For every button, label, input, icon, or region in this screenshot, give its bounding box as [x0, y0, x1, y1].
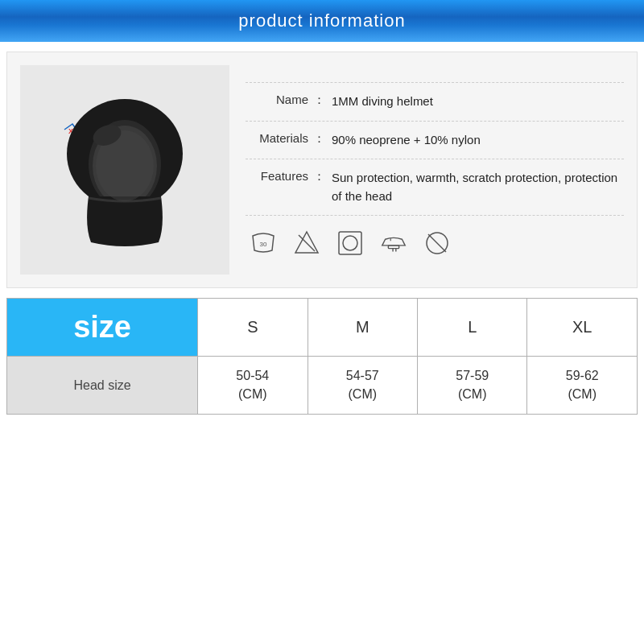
svg-rect-9: [339, 232, 361, 254]
size-l-header: L: [418, 299, 527, 357]
materials-colon: ：: [313, 131, 332, 147]
size-label-header: size: [7, 299, 198, 357]
detail-features-row: Features ： Sun protection, warmth, scrat…: [246, 159, 624, 216]
size-table: size S M L XL Head size 50-54 (CM) 54-57: [6, 298, 638, 415]
features-label: Features: [249, 169, 313, 183]
helmet-image: XTJIM: [44, 85, 205, 254]
features-value: Sun protection, warmth, scratch protecti…: [332, 169, 621, 205]
size-s-header: S: [198, 299, 308, 357]
svg-rect-11: [388, 246, 398, 249]
size-m-value: 54-57 (CM): [308, 357, 417, 415]
tumble-dry-icon: [336, 229, 365, 258]
name-label: Name: [249, 93, 313, 106]
detail-name-row: Name ： 1MM diving helmet: [246, 82, 624, 122]
product-image-area: XTJIM: [20, 65, 229, 275]
name-colon: ：: [313, 93, 332, 108]
page-header: product information: [0, 0, 644, 42]
iron-low-icon: [379, 229, 408, 258]
no-bleach-icon: [292, 229, 321, 258]
svg-point-10: [343, 236, 357, 250]
head-size-label: Head size: [7, 357, 198, 415]
detail-materials-row: Materials ： 90% neoprene + 10% nylon: [246, 122, 624, 160]
care-icons-row: 30: [246, 229, 624, 258]
features-colon: ：: [313, 169, 332, 184]
materials-value: 90% neoprene + 10% nylon: [332, 131, 481, 150]
size-section: size S M L XL Head size 50-54 (CM) 54-57: [6, 298, 638, 415]
size-m-header: M: [308, 299, 417, 357]
materials-label: Materials: [249, 131, 313, 145]
size-header-row: size S M L XL: [7, 299, 638, 357]
size-l-value: 57-59 (CM): [418, 357, 527, 415]
product-info-section: XTJIM Name ： 1MM diving helmet: [6, 52, 638, 288]
size-data-row: Head size 50-54 (CM) 54-57 (CM) 57-59: [7, 357, 638, 415]
svg-line-16: [428, 234, 446, 252]
page-title: product information: [238, 10, 405, 31]
size-s-value: 50-54 (CM): [198, 357, 308, 415]
wash-30-icon: 30: [249, 229, 278, 258]
product-details: Name ： 1MM diving helmet Materials ： 90%…: [246, 65, 624, 275]
name-value: 1MM diving helmet: [332, 93, 433, 111]
size-xl-value: 59-62 (CM): [527, 357, 638, 415]
size-xl-header: XL: [527, 299, 638, 357]
no-dry-clean-icon: [423, 229, 452, 258]
svg-text:30: 30: [260, 241, 267, 248]
